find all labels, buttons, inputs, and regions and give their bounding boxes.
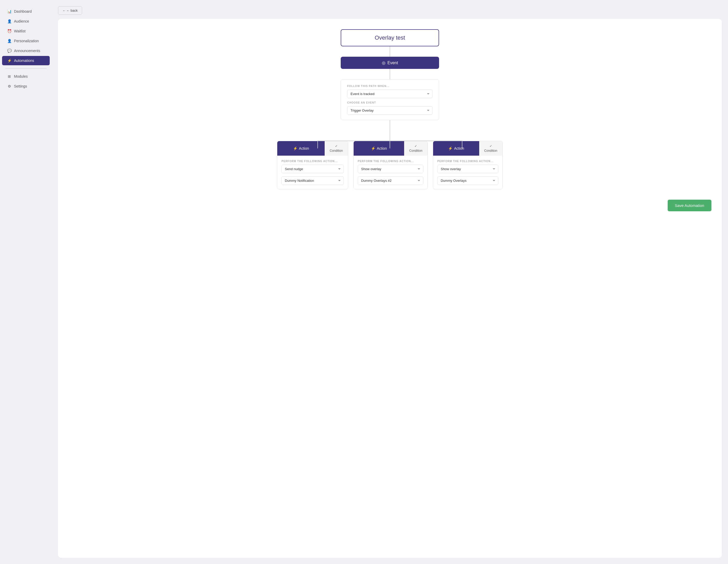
title-node[interactable]: Overlay test: [341, 29, 439, 46]
branch-1-tabs: ⚡ Action ✓ Condition: [277, 141, 348, 156]
branch-2-body: PERFORM THE FOLLOWING ACTION... Show ove…: [354, 156, 427, 189]
branch-3-perform-label: PERFORM THE FOLLOWING ACTION...: [437, 160, 498, 163]
event-node[interactable]: ◎ Event: [341, 57, 439, 69]
sidebar-item-automations[interactable]: ⚡ Automations: [2, 56, 50, 65]
sidebar-divider: [5, 68, 47, 69]
branch-2-card: ⚡ Action ✓ Condition PERFORM THE FOLLOWI…: [353, 141, 428, 189]
action-icon-1: ⚡: [293, 146, 297, 150]
branch-3-tabs: ⚡ Action ✓ Condition: [433, 141, 502, 156]
settings-icon: ⚙: [7, 84, 11, 88]
sidebar-item-settings[interactable]: ⚙ Settings: [2, 82, 50, 91]
save-btn-container: Save Automation: [68, 200, 711, 211]
sidebar-item-personalization[interactable]: 👤 Personalization: [2, 36, 50, 46]
branch-3-condition-tab[interactable]: ✓ Condition: [479, 141, 503, 156]
sidebar-item-announcements[interactable]: 💬 Announcements: [2, 46, 50, 55]
trigger-overlay-select[interactable]: Trigger Overlay: [347, 106, 433, 115]
connector-1: [390, 46, 390, 57]
audience-icon: 👤: [7, 19, 11, 23]
branch-1-action-select[interactable]: Send nudge: [281, 165, 344, 173]
v-line-center: [390, 141, 390, 148]
condition-icon-1: ✓: [335, 144, 338, 148]
back-button[interactable]: ← ← back: [58, 6, 82, 15]
branch-connector: [279, 131, 501, 141]
event-tracked-select[interactable]: Event is tracked: [347, 90, 433, 98]
branch-1-card: ⚡ Action ✓ Condition PERFORM THE FOLLOWI…: [277, 141, 348, 189]
sidebar-item-dashboard[interactable]: 📊 Dashboard: [2, 7, 50, 16]
follow-path-label: FOLLOW THIS PATH WHEN...: [347, 85, 433, 88]
action-icon-2: ⚡: [371, 146, 375, 150]
action-icon-3: ⚡: [448, 146, 453, 150]
automations-icon: ⚡: [7, 59, 11, 63]
v-line-left: [317, 141, 318, 148]
v-line-right: [462, 141, 462, 148]
branch-3-second-select[interactable]: Dummy Overlays: [437, 176, 498, 185]
branch-3-body: PERFORM THE FOLLOWING ACTION... Show ove…: [433, 156, 502, 189]
automation-canvas: Overlay test ◎ Event FOLLOW THIS PATH WH…: [58, 19, 722, 558]
back-arrow-icon: ←: [62, 9, 66, 12]
dashboard-icon: 📊: [7, 9, 11, 13]
branch-2-condition-tab[interactable]: ✓ Condition: [404, 141, 427, 156]
branch-2-action-tab[interactable]: ⚡ Action: [354, 141, 404, 156]
sidebar: 📊 Dashboard 👤 Audience ⏰ Waitlist 👤 Pers…: [0, 0, 52, 564]
sidebar-item-waitlist[interactable]: ⏰ Waitlist: [2, 26, 50, 36]
save-automation-button[interactable]: Save Automation: [668, 200, 711, 211]
branch-2-tabs: ⚡ Action ✓ Condition: [354, 141, 427, 156]
v-line-top: [390, 131, 390, 141]
connector-3: [390, 120, 390, 131]
event-icon: ◎: [382, 60, 385, 65]
branch-2-second-select[interactable]: Dummy Overlays #2: [358, 176, 423, 185]
branch-1-perform-label: PERFORM THE FOLLOWING ACTION...: [281, 160, 344, 163]
event-config-card: FOLLOW THIS PATH WHEN... Event is tracke…: [341, 79, 439, 120]
branch-2-action-select[interactable]: Show overlay: [358, 165, 423, 173]
branch-3-action-select[interactable]: Show overlay: [437, 165, 498, 173]
personalization-icon: 👤: [7, 39, 11, 43]
branch-3-card: ⚡ Action ✓ Condition PERFORM THE FOLLOWI…: [433, 141, 503, 189]
waitlist-icon: ⏰: [7, 29, 11, 33]
branch-2-perform-label: PERFORM THE FOLLOWING ACTION...: [358, 160, 423, 163]
choose-event-label: CHOOSE AN EVENT: [347, 101, 433, 104]
branch-1-condition-tab[interactable]: ✓ Condition: [325, 141, 348, 156]
main-content: ← ← back Overlay test ◎ Event FOLLOW THI…: [52, 0, 728, 564]
branch-1-second-select[interactable]: Dummy Notification: [281, 176, 344, 185]
condition-icon-3: ✓: [490, 144, 492, 148]
branch-3-action-tab[interactable]: ⚡ Action: [433, 141, 479, 156]
flow-container: Overlay test ◎ Event FOLLOW THIS PATH WH…: [68, 29, 711, 211]
sidebar-item-modules[interactable]: ⊞ Modules: [2, 72, 50, 81]
announcements-icon: 💬: [7, 49, 11, 53]
connector-2: [390, 69, 390, 79]
sidebar-item-audience[interactable]: 👤 Audience: [2, 17, 50, 26]
modules-icon: ⊞: [7, 74, 11, 78]
condition-icon-2: ✓: [414, 144, 417, 148]
branch-1-body: PERFORM THE FOLLOWING ACTION... Send nud…: [277, 156, 348, 189]
